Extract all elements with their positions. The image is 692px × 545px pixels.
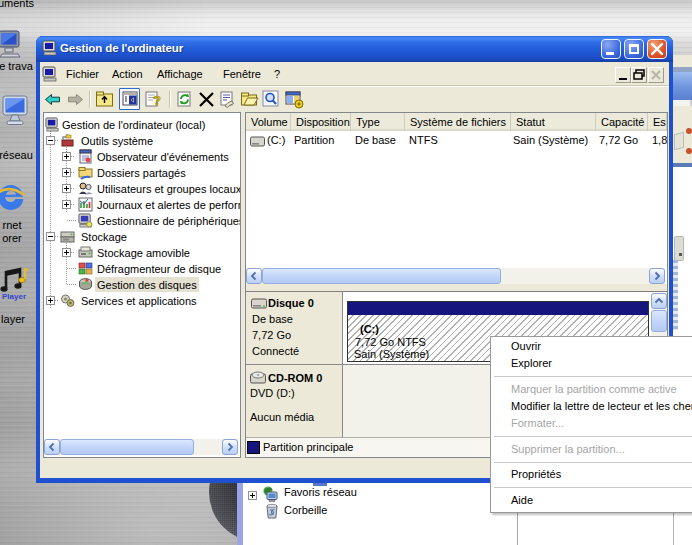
svg-text:Player: Player bbox=[2, 292, 26, 301]
svg-text:?: ? bbox=[153, 93, 161, 108]
